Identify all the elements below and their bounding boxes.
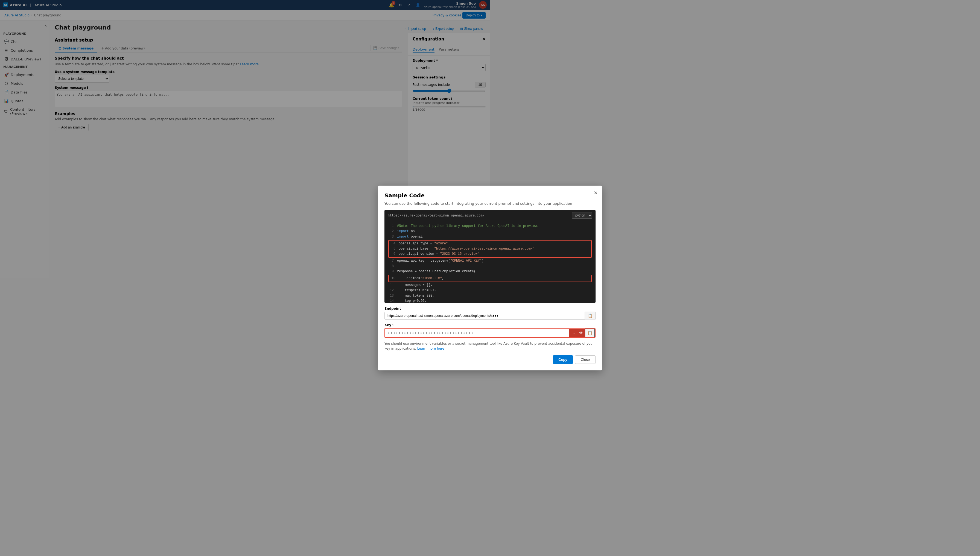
code-line-1: 1 #Note: The openai-python library suppo…	[388, 224, 490, 229]
code-body: 1 #Note: The openai-python library suppo…	[385, 221, 490, 278]
code-endpoint-url: https://azure-openai-test-simon.openai.a…	[388, 213, 485, 217]
code-block: https://azure-openai-test-simon.openai.a…	[385, 210, 490, 278]
dialog-desc: You can use the following code to start …	[385, 201, 490, 206]
code-line-8: 8	[388, 264, 490, 269]
code-line-4: 4 openai.api_type = "azure"	[390, 241, 490, 246]
code-line-10: 10 engine="simon-llm",	[390, 276, 490, 278]
sample-code-dialog: Sample Code ✕ You can use the following …	[378, 186, 490, 278]
dialog-overlay: Sample Code ✕ You can use the following …	[0, 0, 490, 278]
code-line-9: 9 response = openai.ChatCompletion.creat…	[388, 269, 490, 274]
code-line-3: 3 import openai	[388, 234, 490, 239]
code-line-2: 2 import os	[388, 229, 490, 234]
dialog-title: Sample Code	[385, 192, 490, 199]
highlight-block-2: 10 engine="simon-llm",	[388, 275, 490, 278]
code-header: https://azure-openai-test-simon.openai.a…	[385, 210, 490, 221]
code-line-5: 5 openai.api_base = "https://azure-opena…	[390, 246, 490, 252]
code-line-6: 6 openai.api_version = "2023-03-15-previ…	[390, 252, 490, 257]
code-line-7: 7 openai.api_key = os.getenv("OPENAI_API…	[388, 258, 490, 263]
highlight-block-1: 4 openai.api_type = "azure" 5 openai.api…	[388, 240, 490, 258]
